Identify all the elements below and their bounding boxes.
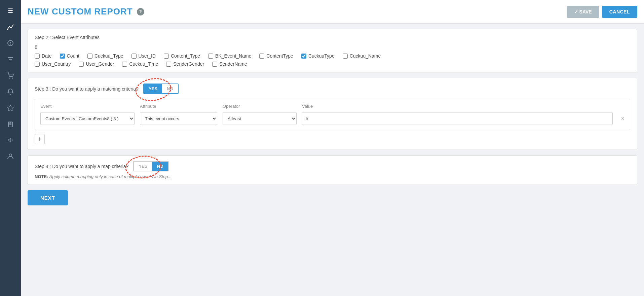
- page-title: NEW CUSTOM REPORT: [28, 6, 133, 17]
- step3-toggle-wrapper: YES NO: [143, 84, 179, 94]
- attr-content-type[interactable]: Content_Type: [164, 53, 200, 59]
- attr-user-gender-checkbox[interactable]: [79, 62, 84, 67]
- help-icon[interactable]: ?: [137, 8, 144, 15]
- add-criteria-button[interactable]: +: [35, 134, 45, 144]
- attr-count[interactable]: Count: [60, 53, 79, 59]
- value-input[interactable]: [302, 112, 613, 125]
- col-header-event: Event: [40, 104, 135, 109]
- svg-marker-9: [7, 105, 13, 111]
- attr-date-checkbox[interactable]: [35, 54, 40, 59]
- attr-cuckuu-time-checkbox[interactable]: [122, 62, 127, 67]
- sidebar-icon-bell[interactable]: [3, 84, 18, 99]
- step3-toggle[interactable]: YES NO: [143, 84, 179, 94]
- step3-panel: Step 3 : Do you want to apply a matching…: [28, 78, 637, 150]
- sidebar-icon-clipboard[interactable]: [3, 117, 18, 131]
- svg-point-3: [10, 44, 11, 45]
- step4-toggle-no-button[interactable]: NO: [152, 162, 168, 171]
- svg-point-0: [7, 29, 8, 30]
- attributes-row-2: User_Country User_Gender Cuckuu_Time Sen…: [35, 61, 630, 67]
- step3-label: Step 3 : Do you want to apply a matching…: [35, 86, 139, 92]
- attribute-select[interactable]: This event occurs: [140, 112, 217, 125]
- attr-user-country-checkbox[interactable]: [35, 62, 40, 67]
- content-area: Step 2 : Select Event Attributes 8 Date …: [21, 24, 644, 296]
- toggle-no-button[interactable]: NO: [162, 84, 178, 93]
- step2-label: Step 2 : Select Event Attributes: [35, 35, 630, 40]
- step4-label: Step 4 : Do you want to apply a map crit…: [35, 164, 128, 169]
- sidebar-icon-filter[interactable]: [3, 52, 18, 67]
- save-button[interactable]: ✓ SAVE: [567, 6, 599, 18]
- svg-point-8: [12, 78, 13, 79]
- attr-contenttype-checkbox[interactable]: [259, 54, 264, 59]
- step4-toggle-yes-button[interactable]: YES: [134, 162, 152, 171]
- attr-content-type-checkbox[interactable]: [164, 54, 169, 59]
- step3-header: Step 3 : Do you want to apply a matching…: [35, 84, 630, 94]
- col-header-attr: Attribute: [140, 104, 217, 109]
- attributes-grid: Date Count Cuckuu_Type User_ID Content_T…: [35, 53, 630, 67]
- attr-cuckuu-time[interactable]: Cuckuu_Time: [122, 61, 158, 67]
- attr-sender-gender[interactable]: SenderGender: [166, 61, 204, 67]
- sidebar: ☰: [0, 0, 21, 296]
- attr-contenttype[interactable]: ContentType: [259, 53, 293, 59]
- sidebar-icon-alerts[interactable]: [3, 36, 18, 51]
- toggle-yes-button[interactable]: YES: [144, 84, 162, 93]
- sidebar-icon-menu[interactable]: ☰: [3, 3, 18, 18]
- attr-date[interactable]: Date: [35, 53, 52, 59]
- header: NEW CUSTOM REPORT ? ✓ SAVE CANCEL: [21, 0, 644, 24]
- attr-user-country[interactable]: User_Country: [35, 61, 71, 67]
- col-header-op: Operator: [223, 104, 297, 109]
- next-button[interactable]: NEXT: [28, 190, 68, 205]
- step4-header: Step 4 : Do you want to apply a map crit…: [35, 161, 630, 171]
- col-header-val: Value: [302, 104, 624, 109]
- sidebar-icon-analytics[interactable]: [3, 20, 18, 34]
- attributes-count: 8: [35, 44, 630, 50]
- attr-cuckuu-name[interactable]: Cuckuu_Name: [343, 53, 381, 59]
- criteria-headers: Event Attribute Operator Value: [40, 104, 624, 109]
- attr-cuckuu-name-checkbox[interactable]: [343, 54, 348, 59]
- event-select[interactable]: Custom Events : CustomEvents8 ( 8 ): [40, 112, 135, 125]
- sidebar-icon-user[interactable]: [3, 149, 18, 164]
- step4-toggle[interactable]: YES NO: [133, 161, 169, 171]
- step4-toggle-wrapper: YES NO: [133, 161, 169, 171]
- attr-cuckuutype-checkbox[interactable]: [301, 54, 306, 59]
- step4-panel: Step 4 : Do you want to apply a map crit…: [28, 155, 637, 185]
- attr-user-gender[interactable]: User_Gender: [79, 61, 114, 67]
- header-actions: ✓ SAVE CANCEL: [567, 6, 637, 18]
- sidebar-icon-star[interactable]: [3, 100, 18, 115]
- attr-user-id-checkbox[interactable]: [131, 54, 137, 59]
- attr-sender-gender-checkbox[interactable]: [166, 62, 171, 67]
- svg-point-7: [9, 78, 10, 79]
- main-area: NEW CUSTOM REPORT ? ✓ SAVE CANCEL Step 2…: [21, 0, 644, 296]
- sidebar-icon-cart[interactable]: [3, 68, 18, 83]
- criteria-row-1: Custom Events : CustomEvents8 ( 8 ) This…: [40, 112, 624, 125]
- attr-count-checkbox[interactable]: [60, 54, 65, 59]
- operator-select[interactable]: Atleast: [223, 112, 297, 125]
- attr-bk-event-name[interactable]: BK_Event_Name: [208, 53, 251, 59]
- attr-bk-event-name-checkbox[interactable]: [208, 54, 213, 59]
- sidebar-icon-megaphone[interactable]: [3, 133, 18, 147]
- attr-sender-name-checkbox[interactable]: [212, 62, 217, 67]
- attr-cuckuutype[interactable]: CuckuuType: [301, 53, 335, 59]
- header-title-area: NEW CUSTOM REPORT ?: [28, 6, 144, 17]
- step2-panel: Step 2 : Select Event Attributes 8 Date …: [28, 29, 637, 72]
- attr-cuckuu-type-checkbox[interactable]: [87, 54, 92, 59]
- close-icon[interactable]: ×: [621, 115, 624, 122]
- attributes-row-1: Date Count Cuckuu_Type User_ID Content_T…: [35, 53, 630, 59]
- attr-sender-name[interactable]: SenderName: [212, 61, 247, 67]
- cancel-button[interactable]: CANCEL: [602, 6, 637, 18]
- footer-area: NEXT: [28, 190, 637, 205]
- attr-cuckuu-type[interactable]: Cuckuu_Type: [87, 53, 123, 59]
- step4-note: NOTE: Apply column mapping only in case …: [35, 174, 630, 179]
- attr-user-id[interactable]: User_ID: [131, 53, 156, 59]
- criteria-container: Event Attribute Operator Value Custom Ev…: [35, 99, 630, 130]
